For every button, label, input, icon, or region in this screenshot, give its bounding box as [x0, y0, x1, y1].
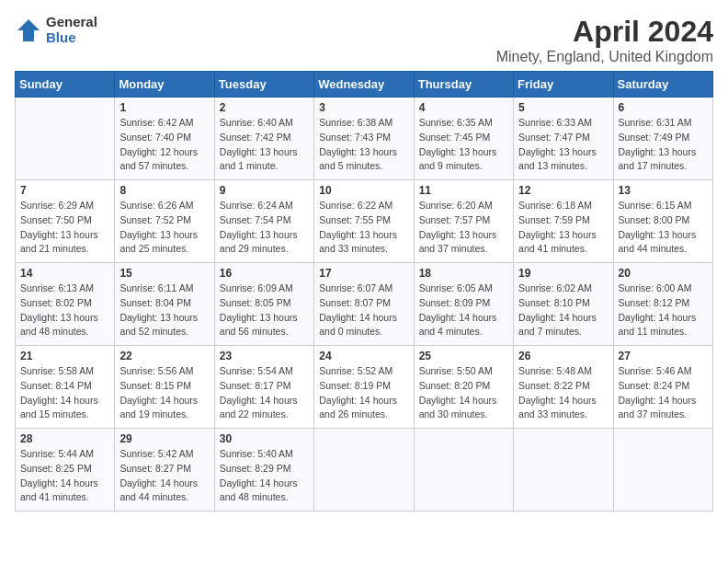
month-year-title: April 2024 [496, 15, 713, 49]
day-number: 1 [119, 101, 209, 114]
calendar-week-row: 1Sunrise: 6:42 AMSunset: 7:40 PMDaylight… [16, 98, 713, 180]
header-thursday: Thursday [414, 72, 513, 98]
day-info: Sunrise: 6:33 AMSunset: 7:47 PMDaylight:… [518, 116, 608, 174]
day-number: 21 [20, 350, 109, 362]
day-number: 8 [119, 184, 209, 197]
table-row: 25Sunrise: 5:50 AMSunset: 8:20 PMDayligh… [414, 346, 513, 429]
day-number: 2 [220, 101, 309, 114]
calendar-week-row: 28Sunrise: 5:44 AMSunset: 8:25 PMDayligh… [16, 429, 713, 511]
day-info: Sunrise: 6:18 AMSunset: 7:59 PMDaylight:… [518, 199, 608, 257]
day-info: Sunrise: 5:56 AMSunset: 8:15 PMDaylight:… [119, 364, 209, 422]
header-monday: Monday [115, 72, 214, 98]
day-number: 14 [20, 267, 109, 280]
logo-general-text: General [46, 15, 97, 30]
day-number: 13 [619, 184, 708, 197]
table-row: 12Sunrise: 6:18 AMSunset: 7:59 PMDayligh… [514, 180, 613, 263]
day-info: Sunrise: 5:48 AMSunset: 8:22 PMDaylight:… [518, 364, 608, 422]
day-info: Sunrise: 6:00 AMSunset: 8:12 PMDaylight:… [619, 282, 708, 339]
table-row: 27Sunrise: 5:46 AMSunset: 8:24 PMDayligh… [613, 346, 712, 429]
day-info: Sunrise: 6:09 AMSunset: 8:05 PMDaylight:… [220, 282, 309, 339]
table-row: 4Sunrise: 6:35 AMSunset: 7:45 PMDaylight… [414, 98, 513, 180]
location-subtitle: Minety, England, United Kingdom [496, 49, 713, 65]
table-row: 19Sunrise: 6:02 AMSunset: 8:10 PMDayligh… [514, 263, 613, 346]
table-row [613, 429, 712, 511]
header-sunday: Sunday [16, 72, 115, 98]
day-number: 24 [319, 350, 408, 362]
table-row: 30Sunrise: 5:40 AMSunset: 8:29 PMDayligh… [214, 429, 313, 511]
table-row: 2Sunrise: 6:40 AMSunset: 7:42 PMDaylight… [214, 98, 313, 180]
day-info: Sunrise: 5:52 AMSunset: 8:19 PMDaylight:… [319, 364, 408, 422]
table-row: 17Sunrise: 6:07 AMSunset: 8:07 PMDayligh… [314, 263, 414, 346]
day-number: 7 [20, 184, 109, 197]
day-number: 5 [518, 101, 608, 114]
header: General Blue April 2024 Minety, England,… [15, 15, 713, 65]
table-row [314, 429, 414, 511]
day-info: Sunrise: 6:40 AMSunset: 7:42 PMDaylight:… [220, 116, 309, 174]
day-number: 17 [319, 267, 408, 280]
day-info: Sunrise: 6:35 AMSunset: 7:45 PMDaylight:… [419, 116, 508, 174]
day-info: Sunrise: 5:44 AMSunset: 8:25 PMDaylight:… [20, 447, 109, 505]
table-row: 13Sunrise: 6:15 AMSunset: 8:00 PMDayligh… [613, 180, 712, 263]
day-number: 28 [20, 432, 109, 445]
day-info: Sunrise: 6:02 AMSunset: 8:10 PMDaylight:… [518, 282, 608, 339]
day-info: Sunrise: 6:38 AMSunset: 7:43 PMDaylight:… [319, 116, 408, 174]
day-info: Sunrise: 6:11 AMSunset: 8:04 PMDaylight:… [119, 282, 209, 339]
day-info: Sunrise: 5:50 AMSunset: 8:20 PMDaylight:… [419, 364, 508, 422]
day-info: Sunrise: 6:26 AMSunset: 7:52 PMDaylight:… [119, 199, 209, 257]
day-number: 29 [119, 432, 209, 445]
day-number: 18 [419, 267, 508, 280]
header-saturday: Saturday [613, 72, 712, 98]
header-wednesday: Wednesday [314, 72, 414, 98]
day-info: Sunrise: 6:15 AMSunset: 8:00 PMDaylight:… [619, 199, 708, 257]
table-row: 21Sunrise: 5:58 AMSunset: 8:14 PMDayligh… [16, 346, 115, 429]
day-number: 16 [220, 267, 309, 280]
table-row: 14Sunrise: 6:13 AMSunset: 8:02 PMDayligh… [16, 263, 115, 346]
day-info: Sunrise: 6:42 AMSunset: 7:40 PMDaylight:… [119, 116, 209, 174]
day-info: Sunrise: 6:20 AMSunset: 7:57 PMDaylight:… [419, 199, 508, 257]
table-row: 7Sunrise: 6:29 AMSunset: 7:50 PMDaylight… [16, 180, 115, 263]
day-number: 23 [220, 350, 309, 362]
day-number: 26 [518, 350, 608, 362]
day-number: 27 [619, 350, 708, 362]
table-row: 10Sunrise: 6:22 AMSunset: 7:55 PMDayligh… [314, 180, 414, 263]
header-friday: Friday [514, 72, 613, 98]
table-row [514, 429, 613, 511]
title-area: April 2024 Minety, England, United Kingd… [496, 15, 713, 65]
day-number: 9 [220, 184, 309, 197]
table-row: 20Sunrise: 6:00 AMSunset: 8:12 PMDayligh… [613, 263, 712, 346]
day-info: Sunrise: 6:24 AMSunset: 7:54 PMDaylight:… [220, 199, 309, 257]
day-info: Sunrise: 5:40 AMSunset: 8:29 PMDaylight:… [220, 447, 309, 505]
header-tuesday: Tuesday [214, 72, 313, 98]
day-number: 6 [619, 101, 708, 114]
day-number: 11 [419, 184, 508, 197]
weekday-header-row: Sunday Monday Tuesday Wednesday Thursday… [16, 72, 713, 98]
table-row: 16Sunrise: 6:09 AMSunset: 8:05 PMDayligh… [214, 263, 313, 346]
day-info: Sunrise: 6:07 AMSunset: 8:07 PMDaylight:… [319, 282, 408, 339]
day-number: 19 [518, 267, 608, 280]
day-number: 20 [619, 267, 708, 280]
table-row: 6Sunrise: 6:31 AMSunset: 7:49 PMDaylight… [613, 98, 712, 180]
table-row: 26Sunrise: 5:48 AMSunset: 8:22 PMDayligh… [514, 346, 613, 429]
table-row: 15Sunrise: 6:11 AMSunset: 8:04 PMDayligh… [115, 263, 214, 346]
logo: General Blue [15, 15, 97, 45]
svg-marker-0 [17, 19, 40, 41]
table-row: 22Sunrise: 5:56 AMSunset: 8:15 PMDayligh… [115, 346, 214, 429]
logo-icon [15, 17, 42, 44]
day-number: 12 [518, 184, 608, 197]
day-number: 22 [119, 350, 209, 362]
day-number: 25 [419, 350, 508, 362]
calendar-week-row: 21Sunrise: 5:58 AMSunset: 8:14 PMDayligh… [16, 346, 713, 429]
day-number: 15 [119, 267, 209, 280]
day-info: Sunrise: 5:42 AMSunset: 8:27 PMDaylight:… [119, 447, 209, 505]
table-row: 23Sunrise: 5:54 AMSunset: 8:17 PMDayligh… [214, 346, 313, 429]
table-row [16, 98, 115, 180]
day-info: Sunrise: 6:22 AMSunset: 7:55 PMDaylight:… [319, 199, 408, 257]
day-number: 3 [319, 101, 408, 114]
table-row: 1Sunrise: 6:42 AMSunset: 7:40 PMDaylight… [115, 98, 214, 180]
table-row: 11Sunrise: 6:20 AMSunset: 7:57 PMDayligh… [414, 180, 513, 263]
day-info: Sunrise: 6:05 AMSunset: 8:09 PMDaylight:… [419, 282, 508, 339]
table-row: 24Sunrise: 5:52 AMSunset: 8:19 PMDayligh… [314, 346, 414, 429]
day-info: Sunrise: 6:13 AMSunset: 8:02 PMDaylight:… [20, 282, 109, 339]
day-info: Sunrise: 5:54 AMSunset: 8:17 PMDaylight:… [220, 364, 309, 422]
calendar-table: Sunday Monday Tuesday Wednesday Thursday… [15, 71, 713, 511]
